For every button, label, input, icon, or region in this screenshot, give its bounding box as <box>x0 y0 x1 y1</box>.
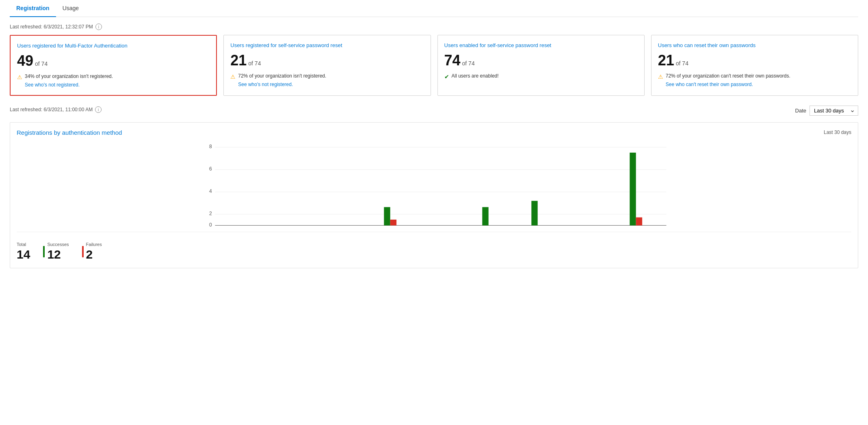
card-sspr-count: 21 of 74 <box>230 53 424 68</box>
card-mfa-count-sub: of 74 <box>35 60 48 67</box>
stat-failures: Failures 2 <box>82 242 102 261</box>
warning-icon-mfa: ⚠ <box>17 73 22 82</box>
card-enabled: Users enabled for self-service password … <box>437 35 645 96</box>
card-enabled-count-sub: of 74 <box>462 60 475 67</box>
card-enabled-count: 74 of 74 <box>444 53 638 68</box>
svg-text:2: 2 <box>209 211 212 216</box>
date-dropdown[interactable]: Last 30 days Last 7 days Last 90 days <box>810 106 858 116</box>
card-canreset-link[interactable]: See who can't reset their own password. <box>666 81 790 88</box>
svg-text:8: 8 <box>209 144 212 149</box>
chart-area: 8 6 4 2 0 <box>17 139 851 229</box>
stat-failures-value: 2 <box>86 248 102 261</box>
refresh-label-1: Last refreshed: 6/3/2021, 12:32:07 PM i <box>10 24 858 30</box>
card-canreset-status: ⚠ 72% of your organization can't reset t… <box>658 73 851 88</box>
card-canreset-count: 21 of 74 <box>658 53 851 68</box>
stat-successes: Successes 12 <box>43 242 69 261</box>
card-enabled-title[interactable]: Users enabled for self-service password … <box>444 42 638 49</box>
svg-text:4: 4 <box>209 188 212 194</box>
card-canreset-title[interactable]: Users who can reset their own passwords <box>658 42 851 49</box>
card-sspr-count-main: 21 <box>230 53 247 68</box>
bar-office-phone-failure <box>390 220 396 225</box>
chart-svg: 8 6 4 2 0 <box>17 139 851 229</box>
tab-registration[interactable]: Registration <box>10 0 56 17</box>
stat-total: Total 14 <box>17 242 30 261</box>
info-icon-1[interactable]: i <box>95 24 102 30</box>
card-sspr-status-text: 72% of your organization isn't registere… <box>238 73 326 79</box>
stat-total-value: 14 <box>17 248 30 261</box>
card-mfa-count-main: 49 <box>17 54 33 68</box>
success-indicator <box>43 246 45 257</box>
card-sspr-title[interactable]: Users registered for self-service passwo… <box>230 42 424 49</box>
bar-app-notification-success <box>482 207 488 225</box>
chart-footer: Total 14 Successes 12 <box>17 232 851 261</box>
card-sspr-count-sub: of 74 <box>248 60 261 67</box>
card-enabled-status: ✔ All users are enabled! <box>444 73 638 81</box>
tab-bar: Registration Usage <box>10 0 858 17</box>
stats-row: Total 14 Successes 12 <box>17 242 102 261</box>
chart-section: Registrations by authentication method L… <box>10 122 858 268</box>
svg-text:0: 0 <box>209 222 212 227</box>
date-filter-label: Date <box>795 108 806 114</box>
card-mfa-status-text: 34% of your organization isn't registere… <box>25 73 113 79</box>
card-mfa-count: 49 of 74 <box>17 54 210 68</box>
stat-failures-label: Failures <box>86 242 102 247</box>
card-canreset-status-text: 72% of your organization can't reset the… <box>666 73 790 79</box>
card-mfa-link[interactable]: See who's not registered. <box>25 82 113 88</box>
svg-text:6: 6 <box>209 166 212 172</box>
card-mfa-status: ⚠ 34% of your organization isn't registe… <box>17 73 210 88</box>
card-canreset-count-sub: of 74 <box>676 60 688 67</box>
bar-app-code-success <box>531 201 537 226</box>
bar-fido-success <box>630 153 636 225</box>
warning-icon-canreset: ⚠ <box>658 73 663 81</box>
card-enabled-count-main: 74 <box>444 53 461 68</box>
card-mfa-title[interactable]: Users registered for Multi-Factor Authen… <box>17 42 210 50</box>
success-icon-enabled: ✔ <box>444 73 449 81</box>
card-enabled-status-text: All users are enabled! <box>452 73 499 79</box>
tab-usage[interactable]: Usage <box>56 0 85 17</box>
card-sspr: Users registered for self-service passwo… <box>223 35 431 96</box>
chart-header: Registrations by authentication method L… <box>17 129 851 136</box>
stat-total-label: Total <box>17 242 30 247</box>
bar-fido-failure <box>636 217 642 225</box>
refresh-row-2: Last refreshed: 6/3/2021, 11:00:00 AM i … <box>10 106 858 119</box>
card-sspr-link[interactable]: See who's not registered. <box>238 81 326 88</box>
info-icon-2[interactable]: i <box>95 106 102 113</box>
chart-title: Registrations by authentication method <box>17 129 122 136</box>
card-sspr-status: ⚠ 72% of your organization isn't registe… <box>230 73 424 88</box>
warning-icon-sspr: ⚠ <box>230 73 236 81</box>
refresh-label-2: Last refreshed: 6/3/2021, 11:00:00 AM i <box>10 106 102 113</box>
failure-indicator <box>82 246 84 257</box>
bar-office-phone-success <box>384 207 390 225</box>
stat-successes-label: Successes <box>47 242 69 247</box>
card-canreset-count-main: 21 <box>658 53 674 68</box>
stat-successes-value: 12 <box>47 248 69 261</box>
date-dropdown-wrapper[interactable]: Last 30 days Last 7 days Last 90 days <box>810 106 858 116</box>
date-filter-row: Date Last 30 days Last 7 days Last 90 da… <box>795 106 858 116</box>
card-mfa: Users registered for Multi-Factor Authen… <box>10 35 217 96</box>
cards-row: Users registered for Multi-Factor Authen… <box>10 35 858 96</box>
card-canreset: Users who can reset their own passwords … <box>651 35 858 96</box>
chart-period-label: Last 30 days <box>824 129 851 135</box>
